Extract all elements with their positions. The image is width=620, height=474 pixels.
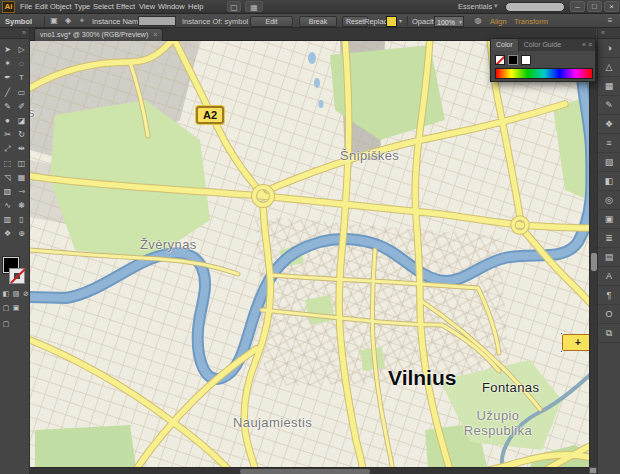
paintbrush-tool[interactable]: ✎ [1, 100, 14, 113]
layers-panel-icon[interactable]: ≣ [598, 229, 620, 248]
stroke-panel-icon[interactable]: ≡ [598, 134, 620, 153]
brushes-panel-icon[interactable]: ✎ [598, 96, 620, 115]
break-link-button[interactable]: Break Link [299, 16, 337, 27]
artboards-panel-icon[interactable]: ▤ [598, 248, 620, 267]
swatches-panel-icon[interactable]: ▦ [598, 77, 620, 96]
menu-file[interactable]: File [20, 2, 32, 12]
none-swatch[interactable] [495, 55, 505, 65]
graphic-styles-panel-icon[interactable]: ▣ [598, 210, 620, 229]
selection-handle-nw[interactable] [560, 332, 563, 335]
links-panel-icon[interactable]: ⧉ [598, 324, 620, 343]
magic-wand-tool[interactable]: ✶ [1, 57, 14, 70]
scissors-tool[interactable]: ✂ [1, 128, 14, 141]
pencil-tool[interactable]: ✐ [15, 100, 28, 113]
panel-collapse-icon[interactable]: « [582, 41, 586, 48]
stroke-color-swatch[interactable] [9, 268, 25, 284]
menu-help[interactable]: Help [188, 2, 203, 12]
minimize-button[interactable]: – [570, 1, 585, 12]
replace-caret-icon[interactable]: ▾ [399, 17, 402, 24]
column-graph-tool[interactable]: ▥ [1, 213, 14, 226]
white-swatch[interactable] [521, 55, 531, 65]
artboard-tool[interactable]: ▯ [15, 213, 28, 226]
gradient-tool[interactable]: ▧ [1, 185, 14, 198]
color-panel-icon[interactable]: ◑ [598, 39, 620, 58]
menu-object[interactable]: Object [50, 2, 72, 12]
shape-builder-tool[interactable]: ◫ [15, 157, 28, 170]
rotate-tool[interactable]: ↻ [15, 128, 28, 141]
close-button[interactable]: × [604, 1, 619, 12]
transparency-panel-icon[interactable]: ◧ [598, 172, 620, 191]
menu-effect[interactable]: Effect [116, 2, 135, 12]
screen-mode-button[interactable]: ▢ [2, 320, 10, 328]
hand-tool[interactable]: ❖ [1, 227, 14, 240]
menu-view[interactable]: View [139, 2, 155, 12]
symbol-registration-icon[interactable]: ◈ [62, 15, 74, 27]
type-tool[interactable]: T [15, 71, 28, 84]
lasso-tool[interactable]: ◌ [15, 57, 28, 70]
color-spectrum-bar[interactable] [495, 68, 593, 79]
align-link[interactable]: Align [490, 17, 507, 26]
menu-edit[interactable]: Edit [35, 2, 48, 12]
black-swatch[interactable] [508, 55, 518, 65]
dock-collapse-icon[interactable]: « [598, 28, 620, 39]
symbol-sprayer-tool[interactable]: ❋ [15, 199, 28, 212]
tools-collapse-icon[interactable]: » [0, 28, 29, 39]
scale-tool[interactable]: ⤢ [1, 142, 14, 155]
gradient-panel-icon[interactable]: ▧ [598, 153, 620, 172]
appearance-panel-icon[interactable]: ◎ [598, 191, 620, 210]
eyedropper-tool[interactable]: ⊸ [15, 185, 28, 198]
character-panel-icon[interactable]: A [598, 267, 620, 286]
free-transform-tool[interactable]: ⬚ [1, 157, 14, 170]
opacity-caret-icon[interactable]: ▾ [459, 18, 462, 27]
bridge-launch-icon[interactable]: ▢ [227, 1, 241, 12]
tab-color-guide[interactable]: Color Guide [519, 39, 566, 51]
symbol-pointer-icon[interactable]: ⌖ [76, 15, 88, 27]
symbols-panel-icon[interactable]: ❖ [598, 115, 620, 134]
selection-handle-sw[interactable] [560, 350, 563, 353]
tab-close-icon[interactable]: × [153, 31, 157, 38]
menu-type[interactable]: Type [74, 2, 90, 12]
tool-grid: ➤▷ ✶◌ ✒T ╱▭ ✎✐ ●◪ ✂↻ ⤢⇹ ⬚◫ ◹▦ ▧⊸ ∿❋ ▥▯ ❖… [1, 43, 28, 242]
eraser-tool[interactable]: ◪ [15, 114, 28, 127]
menu-window[interactable]: Window [158, 2, 185, 12]
control-panel-menu-icon[interactable]: ≡ [604, 15, 616, 27]
search-input[interactable] [505, 2, 565, 12]
none-mode-button[interactable]: ⊘ [22, 290, 30, 298]
width-tool[interactable]: ⇹ [15, 142, 28, 155]
transform-link[interactable]: Transform [514, 17, 548, 26]
edit-symbol-button[interactable]: Edit Symbol [250, 16, 293, 27]
perspective-grid-tool[interactable]: ◹ [1, 171, 14, 184]
blend-tool[interactable]: ∿ [1, 199, 14, 212]
replace-swatch[interactable] [386, 16, 397, 27]
draw-normal-button[interactable]: ▢ [2, 304, 10, 312]
color-mode-button[interactable]: ◧ [2, 290, 10, 298]
menu-select[interactable]: Select [93, 2, 114, 12]
selection-tool[interactable]: ➤ [1, 43, 14, 56]
rectangle-tool[interactable]: ▭ [15, 86, 28, 99]
vertical-scrollbar[interactable] [589, 41, 597, 467]
instance-name-field[interactable] [138, 16, 176, 26]
opentype-panel-icon[interactable]: O [598, 305, 620, 324]
tab-color[interactable]: Color [491, 39, 519, 51]
recolor-artwork-icon[interactable]: ◍ [472, 15, 484, 27]
workspace-switcher[interactable]: Essentials [458, 2, 492, 11]
zoom-tool[interactable]: ⊕ [15, 227, 28, 240]
document-tab[interactable]: vno1.svg* @ 300% (RGB/Preview)× [34, 28, 163, 41]
panel-menu-icon[interactable]: ≡ [588, 41, 592, 48]
line-tool[interactable]: ╱ [1, 86, 14, 99]
mesh-tool[interactable]: ▦ [15, 171, 28, 184]
restore-button[interactable]: □ [587, 1, 602, 12]
opacity-field[interactable]: 100%▾ [434, 16, 464, 27]
artboard-canvas[interactable]: Šnipiškės Žvėrynas Vilnius Fontanas Nauj… [30, 41, 589, 467]
arrange-documents-icon[interactable]: ▦ [245, 1, 263, 12]
color-guide-panel-icon[interactable]: △ [598, 58, 620, 77]
draw-behind-button[interactable]: ▣ [12, 304, 20, 312]
horizontal-scroll-thumb[interactable] [240, 469, 370, 474]
paragraph-panel-icon[interactable]: ¶ [598, 286, 620, 305]
selected-symbol-instance[interactable]: + [562, 334, 589, 351]
pen-tool[interactable]: ✒ [1, 71, 14, 84]
blob-brush-tool[interactable]: ● [1, 114, 14, 127]
direct-selection-tool[interactable]: ▷ [15, 43, 28, 56]
horizontal-scrollbar[interactable] [30, 467, 589, 474]
gradient-mode-button[interactable]: ▨ [12, 290, 20, 298]
